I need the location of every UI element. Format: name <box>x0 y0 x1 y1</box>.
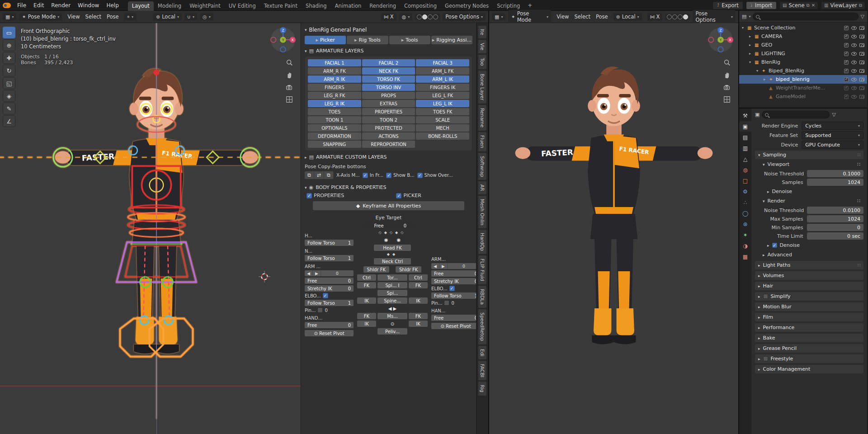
armature-layer-toggle[interactable]: TOES <box>308 108 361 115</box>
ctrl-left-button[interactable]: Ctrl <box>357 274 376 281</box>
armature-layer-toggle[interactable]: PROTECTED <box>362 124 415 132</box>
camera-view-icon[interactable] <box>722 83 732 92</box>
armature-layer-toggle[interactable]: EXTRAS <box>362 100 415 107</box>
eye-right-button[interactable]: ◉ <box>393 236 405 243</box>
workspace-tab[interactable]: Animation <box>331 1 366 11</box>
properties-search[interactable] <box>762 111 830 118</box>
viewport-menu[interactable]: Pose <box>593 13 611 21</box>
workspace-tab[interactable]: Rendering <box>365 1 400 11</box>
sidebar-tab[interactable]: Vie <box>478 40 486 53</box>
elbow-left-check[interactable]: ELBO...✓ <box>305 293 354 298</box>
properties-section-header[interactable]: ▸ Film ∷ <box>755 313 863 321</box>
hand-right-free[interactable]: Free0 <box>431 315 476 321</box>
properties-section-header[interactable]: ▸ Simplify ∷ <box>755 292 863 301</box>
hand-left-free[interactable]: Free0 <box>305 322 354 328</box>
workspace-tab[interactable]: Modeling <box>154 1 185 11</box>
camera-view-icon[interactable] <box>284 83 294 92</box>
topbar-menu[interactable]: Help <box>103 1 122 9</box>
exclude-checkbox[interactable] <box>844 26 849 30</box>
eye-left-button[interactable]: ◉ <box>381 236 392 243</box>
cursor-tool[interactable]: ⊕ <box>3 39 15 51</box>
collapse-arrow-icon[interactable]: ▾ <box>305 28 307 32</box>
spine-button[interactable]: Spine... <box>377 297 407 304</box>
workspace-tab[interactable]: Layout <box>128 1 154 11</box>
check-show-bones[interactable]: ✓Show B... <box>386 173 415 178</box>
editor-type-button[interactable]: ▦▾ <box>3 13 16 20</box>
properties-section-header[interactable]: ▸ Bake ∷ <box>755 334 863 342</box>
hide-eye-icon[interactable] <box>851 43 857 47</box>
armature-layer-toggle[interactable]: PROPS <box>362 92 415 99</box>
export-button[interactable]: ⤴Export <box>712 1 743 9</box>
exclude-checkbox[interactable] <box>844 34 849 39</box>
ctrl-right-button[interactable]: Ctrl <box>409 274 428 281</box>
shoulder-fk-right-button[interactable]: Shldr FK <box>396 266 421 273</box>
outliner-row[interactable]: ▲ WeightTransferMe... <box>739 84 867 92</box>
navigation-gizmo[interactable] <box>270 27 296 53</box>
blenrig-tab[interactable]: ▸Tools <box>389 36 430 44</box>
viewport-menu[interactable]: View <box>65 13 82 21</box>
reset-pivot-left-button[interactable]: ⊙ Reset Pivot <box>305 330 354 336</box>
exclude-checkbox[interactable] <box>844 86 849 90</box>
pin-right[interactable]: Pin...0 <box>431 300 476 306</box>
transform-pivot-button[interactable]: ⌖▾ <box>124 13 136 20</box>
armature-layer-toggle[interactable]: SCALE <box>416 116 469 123</box>
material-tab[interactable]: ◑ <box>739 241 751 251</box>
snap-button[interactable]: ∪▾ <box>184 13 197 20</box>
measure-tool[interactable]: ∠ <box>3 115 15 127</box>
viewport-menu[interactable]: Select <box>571 13 593 21</box>
picker-checkbox[interactable]: ✓PICKER <box>396 193 421 198</box>
grid-ortho-icon[interactable] <box>284 95 294 104</box>
sidebar-tab[interactable]: FACBI <box>478 361 486 381</box>
fk-right-button2[interactable]: FK <box>409 313 428 319</box>
render-camera-icon[interactable] <box>859 26 864 30</box>
armature-layer-toggle[interactable]: TOON 2 <box>362 116 415 123</box>
filter-icon[interactable]: ▽ <box>861 14 864 19</box>
sidebar-tab[interactable]: Edi <box>478 346 486 359</box>
keyframe-all-button[interactable]: ◆Keyframe All Properties <box>313 201 464 210</box>
outliner-row[interactable]: ▾ ▦ Scene Collection <box>739 24 867 32</box>
hide-eye-icon[interactable] <box>851 52 857 56</box>
render-camera-icon[interactable] <box>859 61 864 64</box>
arm-right-follow[interactable]: Follow Torso1 <box>431 292 476 299</box>
armature-layer-toggle[interactable]: REPROPORTION <box>362 141 415 148</box>
properties-section-header[interactable]: ▸ Volumes ∷ <box>755 271 863 280</box>
hide-eye-icon[interactable] <box>851 35 857 38</box>
exclude-checkbox[interactable] <box>844 69 849 73</box>
pin-left[interactable]: Pin...0 <box>305 307 354 313</box>
pelvis-button[interactable]: Peliv... <box>377 328 407 335</box>
arm-right-free[interactable]: Free0 <box>431 270 476 277</box>
copy-icon[interactable]: ⧉ <box>807 3 810 8</box>
workspace-tab[interactable]: Shading <box>302 1 331 11</box>
viewlayer-selector[interactable]: ▥ViewLayer⧉ <box>821 1 865 9</box>
overlays-button[interactable]: ◍▾ <box>399 13 413 20</box>
sidebar-tab[interactable]: Mesh Onlin <box>478 196 486 228</box>
outliner-editor-icon[interactable]: ▤ <box>742 14 746 19</box>
eye-free-value[interactable]: 0 <box>396 222 414 229</box>
scene-selector[interactable]: ▤Scene⧉✕ <box>779 1 818 9</box>
pose-copy-buttons[interactable]: ⧉⇄⧉ <box>305 171 334 179</box>
armature-layer-toggle[interactable]: FACIAL 1 <box>308 59 361 66</box>
sidebar-tab[interactable]: Rename <box>478 105 486 131</box>
armature-layer-toggle[interactable]: FINGERS <box>308 84 361 91</box>
value-field[interactable]: 0.1000 <box>807 170 863 177</box>
mode-selector[interactable]: ✦Pose Mode▾ <box>19 13 62 21</box>
armature-layer-toggle[interactable]: ARM_R IK <box>308 75 361 83</box>
armature-layer-toggle[interactable]: LEG_R FK <box>308 92 361 99</box>
expand-arrow-icon[interactable]: ▸ <box>749 43 755 47</box>
armature-layer-toggle[interactable]: LEG_L IK <box>416 100 469 107</box>
import-button[interactable]: ⤵Import <box>746 1 777 9</box>
spine2-button[interactable]: Spi... <box>377 290 407 296</box>
navigation-gizmo[interactable] <box>708 27 734 53</box>
render-tab[interactable]: ▣ <box>739 121 751 132</box>
outliner-row[interactable]: ▾ ▦ BlenRig <box>739 58 867 66</box>
box-select-tool[interactable]: ▭ <box>3 27 15 38</box>
section-menu-icon[interactable]: ∷ <box>858 263 860 268</box>
arm-left-free[interactable]: Free0 <box>305 278 354 284</box>
exclude-checkbox[interactable] <box>844 52 849 56</box>
expand-arrow-icon[interactable]: ▸ <box>749 52 755 56</box>
character-posed[interactable] <box>52 64 260 376</box>
viewlayer-tab[interactable]: ▥ <box>739 143 751 153</box>
sidebar-tab[interactable]: Too <box>478 55 486 69</box>
properties-checkbox[interactable]: ✓PROPERTIES <box>307 193 344 198</box>
exclude-checkbox[interactable] <box>844 60 849 65</box>
